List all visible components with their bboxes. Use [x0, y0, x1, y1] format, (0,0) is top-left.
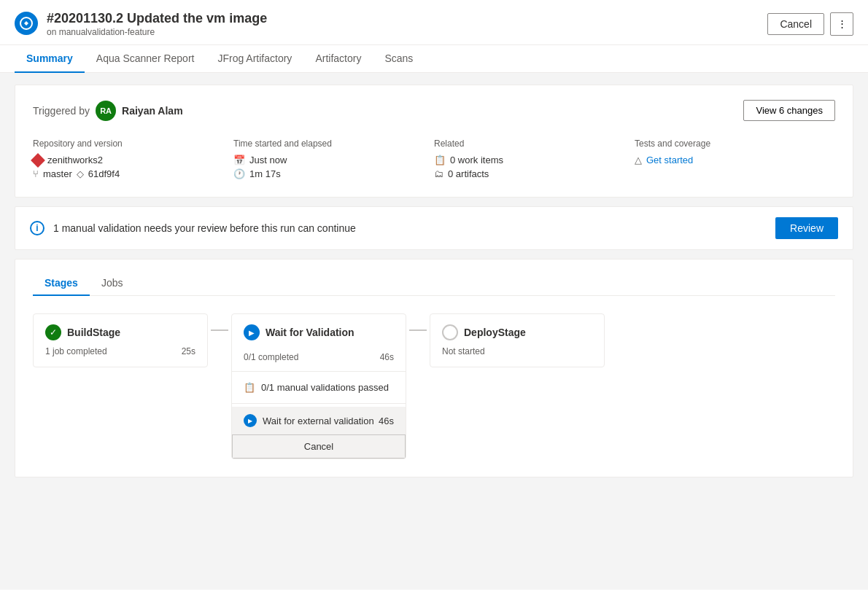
page-header: #20201130.2 Updated the vm image on manu… [0, 0, 868, 45]
validation-banner: i 1 manual validation needs your review … [15, 206, 853, 250]
related-col: Related 📋 0 work items 🗂 0 artifacts [434, 138, 635, 182]
tab-jobs[interactable]: Jobs [90, 271, 135, 296]
time-elapsed: 1m 17s [249, 168, 281, 179]
info-circle-icon: i [30, 221, 44, 235]
artifacts-icon: 🗂 [434, 168, 443, 179]
wait-stage-name: Wait for Validation [266, 327, 354, 338]
tab-jfrog[interactable]: JFrog Artifactory [206, 45, 303, 73]
main-content: Triggered by RA Raiyan Alam View 6 chang… [0, 73, 868, 590]
connector-line-2 [409, 329, 427, 331]
stages-tabs: Stages Jobs [33, 271, 835, 296]
tab-artifactory[interactable]: Artifactory [303, 45, 373, 73]
tab-aqua-scanner[interactable]: Aqua Scanner Report [85, 45, 206, 73]
related-label: Related [434, 138, 635, 149]
branch-icon: ⑂ [33, 168, 39, 179]
more-options-button[interactable]: ⋮ [830, 12, 853, 36]
commit-icon: ◇ [77, 168, 84, 179]
wait-meta-right: 46s [380, 352, 394, 362]
cancel-button[interactable]: Cancel [767, 13, 824, 35]
commit-hash: 61df9f4 [88, 168, 120, 179]
branch-name: master [43, 168, 72, 179]
triggered-left: Triggered by RA Raiyan Alam [33, 101, 183, 121]
external-label: Wait for external validation [263, 415, 374, 426]
connector-line [211, 329, 228, 331]
external-status-icon: ▶ [244, 414, 257, 427]
wait-stage-header: ▶ Wait for Validation [244, 324, 394, 340]
branch-row: ⑂ master ◇ 61df9f4 [33, 168, 233, 179]
tests-link-row: △ Get started [635, 155, 835, 165]
avatar: RA [96, 101, 116, 121]
time-col: Time started and elapsed 📅 Just now 🕐 1m… [233, 138, 434, 182]
repo-name: zenithworks2 [47, 155, 103, 165]
repo-diamond-icon [31, 153, 45, 168]
header-actions: Cancel ⋮ [767, 12, 853, 36]
stage-cancel-button[interactable]: Cancel [232, 434, 406, 459]
view-changes-button[interactable]: View 6 changes [743, 100, 835, 121]
ellipsis-icon: ⋮ [837, 18, 847, 29]
time-started-row: 📅 Just now [233, 155, 434, 165]
page-title: #20201130.2 Updated the vm image [47, 10, 267, 27]
tab-scans[interactable]: Scans [373, 45, 425, 73]
deploy-stage-name: DeployStage [464, 327, 526, 338]
wait-divider-2 [232, 403, 406, 404]
wait-stage-top: ▶ Wait for Validation [232, 314, 406, 352]
validation-left: i 1 manual validation needs your review … [30, 221, 356, 235]
time-started: Just now [249, 155, 287, 165]
work-items-row: 📋 0 work items [434, 155, 635, 165]
triggered-row: Triggered by RA Raiyan Alam View 6 chang… [33, 100, 835, 121]
get-started-link[interactable]: Get started [646, 155, 693, 165]
tests-col: Tests and coverage △ Get started [635, 138, 835, 182]
build-meta-right: 25s [182, 346, 195, 356]
deploy-stage-meta: Not started [442, 346, 592, 356]
manual-val-text: 0/1 manual validations passed [261, 382, 389, 393]
header-left: #20201130.2 Updated the vm image on manu… [15, 10, 267, 37]
repo-name-row: zenithworks2 [33, 155, 233, 165]
tab-summary[interactable]: Summary [15, 45, 85, 73]
header-title-block: #20201130.2 Updated the vm image on manu… [47, 10, 267, 37]
build-stage-name: BuildStage [67, 327, 120, 338]
wait-status-icon: ▶ [244, 324, 260, 340]
validation-message: 1 manual validation needs your review be… [53, 222, 356, 234]
wait-stage: ▶ Wait for Validation 0/1 completed 46s … [231, 313, 406, 459]
calendar-icon: 📅 [233, 155, 245, 165]
artifacts-row: 🗂 0 artifacts [434, 168, 635, 179]
work-items-count: 0 work items [450, 155, 503, 165]
external-time: 46s [379, 415, 394, 426]
work-items-icon: 📋 [434, 155, 446, 165]
manual-val-icon: 📋 [244, 382, 255, 393]
wait-stage-meta: 0/1 completed 46s [232, 352, 406, 368]
pipeline-icon [15, 12, 38, 35]
wait-ext-left: ▶ Wait for external validation [244, 414, 374, 427]
wait-divider [232, 371, 406, 372]
external-running-icon: ▶ [248, 418, 252, 424]
deploy-status-icon [442, 324, 458, 340]
tab-stages[interactable]: Stages [33, 271, 90, 296]
running-icon: ▶ [249, 329, 255, 337]
deploy-stage-header: DeployStage [442, 324, 592, 340]
nav-tabs: Summary Aqua Scanner Report JFrog Artifa… [0, 45, 868, 73]
page-subtitle: on manualvalidation-feature [47, 27, 267, 37]
build-stage-header: ✓ BuildStage [45, 324, 195, 340]
wait-meta-left: 0/1 completed [244, 352, 298, 362]
review-button[interactable]: Review [775, 217, 838, 239]
time-label: Time started and elapsed [233, 138, 434, 149]
time-elapsed-row: 🕐 1m 17s [233, 168, 434, 179]
connector-2 [406, 329, 430, 331]
build-stage-meta: 1 job completed 25s [45, 346, 195, 356]
stages-card: Stages Jobs ✓ BuildStage 1 job completed… [15, 259, 853, 477]
deploy-stage: DeployStage Not started [430, 313, 605, 367]
clock-icon: 🕐 [233, 168, 245, 179]
build-status-icon: ✓ [45, 324, 61, 340]
stages-row: ✓ BuildStage 1 job completed 25s [33, 313, 835, 459]
info-grid: Repository and version zenithworks2 ⑂ ma… [33, 138, 835, 182]
build-meta-left: 1 job completed [45, 346, 107, 356]
connector-1 [208, 329, 231, 331]
repo-col: Repository and version zenithworks2 ⑂ ma… [33, 138, 233, 182]
triggered-label: Triggered by [33, 105, 90, 117]
manual-val-row: 📋 0/1 manual validations passed [232, 375, 406, 400]
triggered-card: Triggered by RA Raiyan Alam View 6 chang… [15, 85, 853, 198]
tests-icon: △ [635, 155, 642, 165]
build-stage: ✓ BuildStage 1 job completed 25s [33, 313, 208, 367]
checkmark-icon: ✓ [50, 327, 57, 337]
wait-external-row: ▶ Wait for external validation 46s [232, 407, 406, 434]
